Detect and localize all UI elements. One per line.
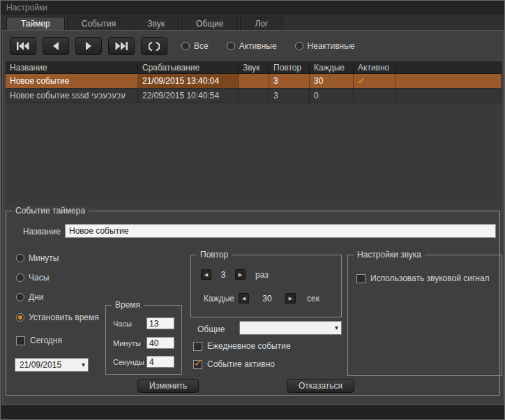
seconds-input[interactable] — [146, 356, 174, 368]
use-sound-label: Использовать звуковой сигнал — [370, 273, 490, 283]
every-unit: сек — [307, 294, 319, 303]
bottom-strip — [1, 405, 504, 420]
previous-button[interactable] — [43, 37, 69, 55]
repeat-count-row: ◀ 3 ▶ раз — [201, 269, 269, 280]
cell-sound — [239, 74, 269, 89]
date-value: 21/09/2015 — [20, 360, 61, 370]
event-active-label: Событие активно — [207, 359, 275, 369]
general-select[interactable]: ▾ — [239, 321, 342, 335]
refresh-button[interactable] — [141, 37, 167, 55]
apply-button[interactable]: Изменить — [137, 379, 199, 393]
sound-settings-group: Настройки звука ✓ Использовать звуковой … — [347, 255, 502, 376]
tab-bar: Таймер События Звук Общие Лог — [6, 17, 282, 30]
filter-inactive-label: Неактивные — [308, 41, 355, 51]
general-label: Общие — [197, 324, 225, 334]
skip-last-icon — [115, 42, 128, 50]
repeat-count-increment-button[interactable]: ▶ — [235, 269, 246, 280]
timer-event-group: Событие таймера Название Минуты Часы Дни… — [6, 211, 500, 396]
column-header-sound[interactable]: Звук — [239, 61, 269, 74]
skip-first-button[interactable] — [10, 37, 36, 55]
mode-minutes-radio[interactable]: Минуты — [16, 253, 59, 263]
tab-sound[interactable]: Звук — [133, 17, 179, 30]
mode-days-radio[interactable]: Дни — [16, 292, 43, 302]
play-button[interactable] — [75, 37, 102, 55]
column-header-every[interactable]: Каждые — [310, 61, 354, 74]
repeat-count-decrement-button[interactable]: ◀ — [201, 269, 211, 280]
repeat-group: Повтор ◀ 3 ▶ раз Каждые ◀ 30 ▶ сек — [190, 255, 342, 317]
skip-last-button[interactable] — [108, 37, 135, 55]
cell-extra — [395, 89, 502, 103]
today-checkbox[interactable]: ✓ Сегодня — [16, 336, 62, 345]
daily-event-checkbox[interactable]: ✓ Ежедневное событие — [193, 341, 291, 351]
radio-dot — [16, 254, 24, 262]
previous-icon — [52, 42, 60, 50]
tab-events[interactable]: События — [67, 17, 131, 30]
cell-trigger: 21/09/2015 13:40:04 — [138, 74, 239, 89]
radio-dot — [295, 42, 303, 50]
radio-dot — [16, 313, 24, 322]
radio-dot — [181, 42, 190, 50]
mode-days-label: Дни — [29, 292, 43, 302]
name-label: Название — [23, 227, 61, 237]
radio-dot — [16, 273, 24, 282]
column-header-name[interactable]: Название — [6, 61, 138, 74]
cell-name: Новое событие sssd עכעכעכעי — [6, 89, 138, 103]
tab-general[interactable]: Общие — [181, 17, 238, 30]
cancel-button[interactable]: Отказаться — [287, 379, 354, 393]
filter-inactive-radio[interactable]: Неактивные — [295, 41, 355, 51]
checkbox-box: ✓ — [193, 360, 202, 369]
checkbox-box: ✓ — [356, 274, 365, 283]
repeat-count-value: 3 — [214, 270, 232, 280]
table-header: Название Срабатывание Звук Повтор Каждые… — [6, 61, 502, 74]
daily-event-label: Ежедневное событие — [207, 341, 291, 351]
cell-repeat: 3 — [269, 89, 310, 103]
mode-minutes-label: Минуты — [29, 253, 59, 263]
settings-window: Настройки Таймер События Звук Общие Лог — [0, 0, 505, 420]
filter-all-radio[interactable]: Все — [181, 41, 209, 51]
cell-every: 30 — [310, 74, 354, 89]
cell-name: Новое событие — [6, 74, 138, 89]
minutes-input[interactable] — [146, 337, 174, 349]
seconds-label: Секунды — [113, 358, 144, 366]
date-select[interactable]: 21/09/2015 ▾ — [15, 358, 89, 372]
tab-log[interactable]: Лог — [240, 17, 282, 30]
mode-hours-label: Часы — [29, 273, 49, 283]
skip-first-icon — [17, 42, 29, 50]
hours-label: Часы — [113, 320, 132, 328]
filter-group: Все Активные Неактивные — [181, 41, 354, 51]
cell-trigger: 22/09/2015 10:40:54 — [138, 89, 239, 103]
radio-dot — [227, 42, 235, 50]
checkbox-box: ✓ — [193, 342, 202, 351]
refresh-icon — [149, 41, 160, 52]
cell-active-check: ✓ — [354, 74, 395, 89]
repeat-every-row: Каждые ◀ 30 ▶ сек — [204, 293, 319, 303]
name-input[interactable] — [65, 224, 496, 238]
column-header-repeat[interactable]: Повтор — [269, 61, 310, 74]
repeat-count-unit: раз — [255, 270, 269, 280]
every-decrement-button[interactable]: ◀ — [239, 293, 249, 303]
every-value: 30 — [253, 294, 281, 303]
sound-settings-title: Настройки звука — [354, 250, 425, 260]
event-active-checkbox[interactable]: ✓ Событие активно — [193, 359, 275, 369]
hours-input[interactable] — [146, 317, 174, 329]
main-panel: Все Активные Неактивные Название Срабаты… — [2, 30, 504, 405]
tab-timer[interactable]: Таймер — [6, 17, 65, 30]
every-increment-button[interactable]: ▶ — [285, 293, 296, 303]
use-sound-checkbox[interactable]: ✓ Использовать звуковой сигнал — [356, 273, 490, 283]
filter-active-radio[interactable]: Активные — [227, 41, 277, 51]
table-row[interactable]: Новое событие 21/09/2015 13:40:04 3 30 ✓ — [6, 74, 502, 89]
table-row[interactable]: Новое событие sssd עכעכעכעי 22/09/2015 1… — [6, 89, 502, 103]
cell-sound — [239, 89, 269, 103]
column-header-extra[interactable] — [395, 61, 502, 74]
mode-settime-radio[interactable]: Установить время — [16, 313, 99, 322]
column-header-trigger[interactable]: Срабатывание — [138, 61, 239, 74]
filter-all-label: Все — [194, 41, 209, 51]
column-header-active[interactable]: Активно — [354, 61, 395, 74]
every-label: Каждые — [204, 294, 234, 303]
check-icon: ✓ — [194, 357, 202, 368]
minutes-label: Минуты — [113, 339, 141, 347]
cell-repeat: 3 — [269, 74, 310, 89]
mode-hours-radio[interactable]: Часы — [16, 273, 49, 283]
filter-active-label: Активные — [239, 41, 277, 51]
mode-settime-label: Установить время — [29, 313, 99, 322]
